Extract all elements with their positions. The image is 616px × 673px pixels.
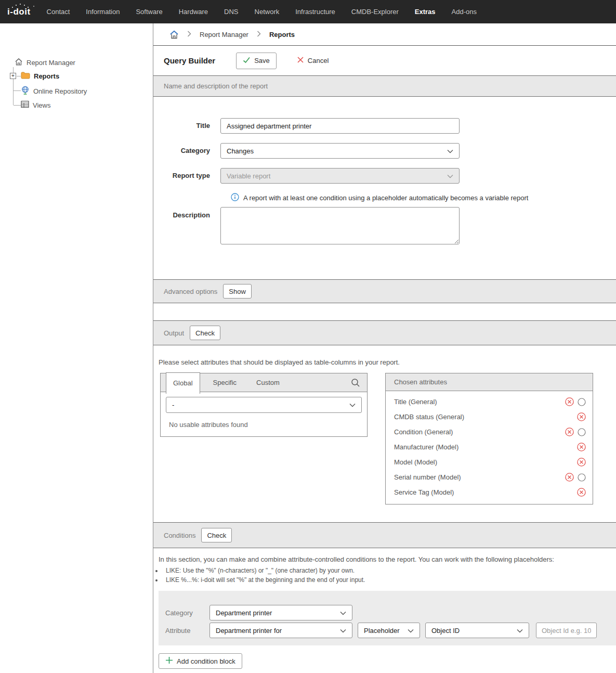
check-icon [243, 57, 251, 65]
condition-attribute-select[interactable]: Department printer for [209, 623, 352, 638]
plus-icon [165, 656, 173, 666]
add-condition-label: Add condition block [177, 657, 235, 665]
tree-connector-stub [14, 105, 21, 106]
conditions-bullet-list: LIKE: Use the "%" (n-characters) or "_" … [163, 567, 616, 584]
condition-block: Category Department printer Attribute De… [159, 591, 616, 645]
tab-custom[interactable]: Custom [250, 373, 286, 392]
chosen-attribute-row: Model (Model) [386, 455, 593, 470]
output-check-button[interactable]: Check [190, 326, 220, 340]
condition-category-select[interactable]: Department printer [209, 605, 352, 620]
sort-radio-icon[interactable] [578, 473, 586, 482]
remove-attribute-icon[interactable] [577, 443, 586, 451]
cancel-button[interactable]: Cancel [291, 53, 335, 69]
sort-radio-icon[interactable] [578, 428, 586, 436]
global-attribute-select[interactable]: - [166, 397, 362, 413]
sidebar-tree: Report Manager + Reports Online Reposito… [0, 23, 153, 673]
menu-item-contact[interactable]: Contact [47, 8, 70, 16]
condition-value-input[interactable] [536, 623, 597, 638]
chosen-attribute-row: Title (General) [386, 394, 593, 409]
title-label: Title [153, 118, 220, 134]
sidebar-item-label: Reports [34, 72, 59, 80]
tab-specific[interactable]: Specific [206, 373, 244, 392]
category-label: Category [153, 143, 220, 159]
menu-item-cmdb-explorer[interactable]: CMDB-Explorer [351, 8, 399, 16]
chosen-attribute-label: Serial number (Model) [394, 473, 461, 481]
tree-expand-toggle[interactable]: + [10, 73, 16, 79]
sidebar-item-report-manager[interactable]: Report Manager [15, 58, 75, 68]
menu-item-addons[interactable]: Add-ons [452, 8, 477, 16]
main-menu: Contact Information Software Hardware DN… [47, 8, 477, 16]
menu-item-extras[interactable]: Extras [415, 8, 436, 16]
menu-item-dns[interactable]: DNS [224, 8, 238, 16]
sidebar-item-online-repository[interactable]: Online Repository [21, 86, 87, 96]
sidebar-item-reports[interactable]: Reports [21, 71, 59, 81]
chevron-down-icon [340, 627, 346, 635]
remove-attribute-icon[interactable] [565, 473, 574, 482]
idoit-logo[interactable]: i-doit [7, 7, 31, 17]
sidebar-item-label: Report Manager [27, 59, 75, 67]
remove-attribute-icon[interactable] [565, 428, 574, 436]
chevron-down-icon [517, 627, 523, 635]
table-icon [21, 100, 29, 110]
logo-registered-dot [33, 6, 34, 7]
chevron-down-icon [447, 147, 453, 155]
sort-radio-icon[interactable] [578, 398, 586, 406]
menu-item-software[interactable]: Software [136, 8, 162, 16]
sidebar-item-label: Online Repository [33, 87, 87, 95]
tab-global[interactable]: Global [166, 372, 200, 394]
chosen-attribute-row: Manufacturer (Model) [386, 439, 593, 455]
chosen-attribute-label: Title (General) [394, 398, 437, 406]
title-input[interactable] [220, 118, 460, 134]
bullet-like: LIKE: Use the "%" (n-characters) or "_" … [163, 567, 616, 574]
attribute-picker-tabs: Global Specific Custom [161, 373, 367, 392]
search-icon[interactable] [351, 378, 360, 387]
menu-item-network[interactable]: Network [255, 8, 280, 16]
remove-attribute-icon[interactable] [565, 397, 574, 406]
tree-connector-stub [14, 90, 21, 91]
condition-operator-select[interactable]: Placeholder [358, 623, 420, 638]
condition-attribute-value: Department printer for [216, 627, 282, 635]
category-select[interactable]: Changes [220, 143, 460, 159]
breadcrumb: Report Manager Reports [153, 23, 616, 46]
query-builder-header: Query Builder Save Cancel [153, 46, 616, 75]
condition-category-label: Category [163, 609, 209, 617]
chosen-attribute-row: CMDB status (General) [386, 409, 593, 424]
remove-attribute-icon[interactable] [577, 488, 586, 497]
logo-text: i-doit [7, 7, 31, 17]
add-condition-block-button[interactable]: Add condition block [159, 653, 242, 669]
section-output: Output Check [153, 320, 616, 345]
remove-attribute-icon[interactable] [577, 412, 586, 421]
menu-item-infrastructure[interactable]: Infrastructure [295, 8, 335, 16]
chosen-attribute-row: Serial number (Model) [386, 470, 593, 485]
chevron-down-icon [349, 401, 356, 409]
info-icon [231, 193, 239, 203]
menu-item-hardware[interactable]: Hardware [179, 8, 208, 16]
menu-item-information[interactable]: Information [86, 8, 120, 16]
breadcrumb-home-icon[interactable] [169, 30, 179, 39]
condition-attribute-label: Attribute [163, 627, 209, 635]
globe-icon [21, 86, 30, 96]
section-advanced-options: Advanced options Show [153, 279, 616, 303]
chosen-attribute-row: Service Tag (Model) [386, 485, 593, 500]
attribute-picker: Global Specific Custom - No usable attri… [160, 373, 368, 437]
description-label: Description [153, 207, 220, 244]
section-title: Name and description of the report [164, 82, 268, 90]
chevron-down-icon [340, 609, 346, 617]
breadcrumb-report-manager[interactable]: Report Manager [200, 31, 248, 38]
page-title: Query Builder [164, 56, 215, 65]
condition-comparison-select[interactable]: Object ID [425, 623, 529, 638]
chosen-attribute-label: Condition (General) [394, 428, 453, 436]
category-select-value: Changes [227, 147, 254, 155]
chevron-down-icon [447, 172, 453, 180]
remove-attribute-icon[interactable] [577, 458, 586, 467]
chosen-attribute-label: Service Tag (Model) [394, 488, 454, 496]
home-icon [15, 58, 23, 68]
conditions-check-button[interactable]: Check [201, 528, 232, 542]
save-button[interactable]: Save [236, 53, 277, 69]
chosen-attribute-row: Condition (General) [386, 424, 593, 439]
report-type-select-value: Variable report [227, 172, 270, 180]
description-textarea[interactable] [220, 207, 460, 244]
advanced-show-button[interactable]: Show [223, 284, 252, 299]
sidebar-item-views[interactable]: Views [21, 100, 50, 110]
conditions-intro-text: In this section, you can make and combin… [159, 555, 616, 563]
